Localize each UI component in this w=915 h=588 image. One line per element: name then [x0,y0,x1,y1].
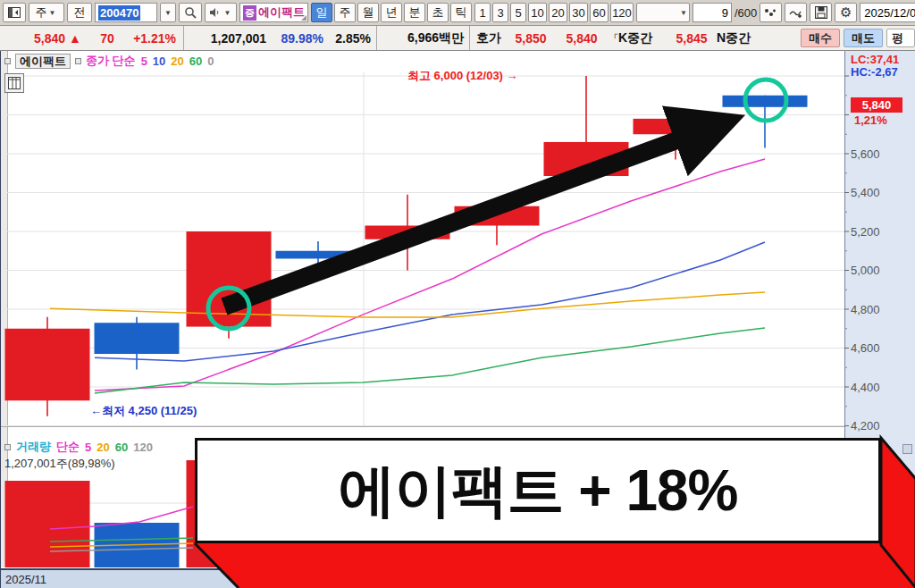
trend-arrow [224,136,689,307]
low-annotation: ←최저 4,250 (11/25) [90,403,197,419]
high-annotation: 최고 6,000 (12/03) → [407,68,518,84]
quote-bar: 5,840 ▲ 70 +1.21% 1,207,001 89.98% 2.85%… [0,26,915,51]
candle-body [455,206,540,226]
candle-body [276,251,361,259]
main-toolbar: 주 ▼ 전 200470 ▼ ▼ 증 에이팩트 일 주 월 년 분 초 틱 1 … [0,0,915,26]
bar-count-max-label: /600 [735,6,757,20]
bar-count-input[interactable]: 9 [693,3,732,22]
volume-ma-line [50,543,193,547]
volume-ma-line [50,548,193,551]
candle-plus-icon [764,7,777,19]
time-axis-label: 2025/11 [5,573,46,586]
sound-combo-button[interactable]: ▼ [205,3,237,22]
price-change-pct: +1.21% [133,31,176,46]
interval-3[interactable]: 3 [492,3,508,22]
save-button[interactable] [810,3,832,22]
turnover-rate: 2.85% [327,26,377,50]
volume-value: 1,207,001 [184,26,270,50]
headline-banner: 에이팩트 + 18% [195,438,881,543]
pane-stock-name[interactable]: 에이팩트 [15,54,71,69]
panel-toggle-button[interactable] [3,3,26,22]
ma-legend: 종가 단순 5 10 20 60 0 [86,53,214,69]
panel-mini-button[interactable] [902,444,912,454]
jeon-button[interactable]: 전 [67,3,92,22]
interval-1[interactable]: 1 [474,3,491,22]
interval-60[interactable]: 60 [590,3,609,22]
highlight-circle [208,288,249,329]
interval-10[interactable]: 10 [528,3,547,22]
buy-button[interactable]: 매수 [801,29,840,47]
tab-year[interactable]: 년 [381,3,402,22]
interval-5[interactable]: 5 [510,3,526,22]
lc-value: LC:37,41 [851,53,899,66]
stock-code-value: 200470 [98,5,140,21]
stock-name-chip[interactable]: 증 에이팩트 [239,3,308,22]
candle-body [723,96,808,107]
timeframe-tabs: 일 주 월 년 분 초 틱 [311,3,472,22]
sell-button[interactable]: 매도 [844,29,883,47]
ma-line-5 [95,159,765,391]
gear-icon: ⚙ [840,4,852,21]
tab-week[interactable]: 주 [334,3,356,22]
volume-bar [5,481,90,567]
add-line-tool-button[interactable] [785,3,807,22]
add-candle-tool-button[interactable] [760,3,782,22]
volume-bar [95,523,180,567]
hc-value: HC:-2,67 [851,65,898,79]
current-pct-marker: 1,21% [854,113,887,127]
volume-ma-line [50,507,193,529]
avg-button[interactable]: 평 [886,29,915,47]
volume-pane-header: 거래량 단순 5 20 60 120 1,207,001주(89,98%) [4,439,153,472]
ma-line-10 [95,242,765,361]
speaker-icon [209,7,221,18]
interval-buttons: 1 3 5 10 20 30 60 120 [474,3,634,22]
stock-code-input[interactable]: 200470 [95,3,157,22]
legend-toggle-icon[interactable] [75,58,81,64]
ma-line-60 [95,328,765,393]
period-combo[interactable]: 주 ▼ [29,3,64,22]
toolbar-right-group: ⚙ 2025/12/05 [760,3,915,22]
tab-tick[interactable]: 틱 [450,3,472,22]
candle-body [544,142,629,176]
bar-count-value: 9 [722,6,728,20]
current-price: 5,840 ▲ [34,31,81,46]
price-pane-header: 에이팩트 종가 단순 5 10 20 60 0 [4,53,214,69]
k-mid-label: 「K중간 [609,26,667,50]
interval-120[interactable]: 120 [610,3,634,22]
quote-mark-icon: 「 [609,32,618,45]
chevron-down-icon: ▼ [47,9,58,17]
floppy-disk-icon [815,6,827,19]
settings-button[interactable]: ⚙ [835,3,857,22]
candle-body [5,329,90,400]
volume-title: 거래량 [16,439,51,455]
empty-combo[interactable]: ▼ [636,3,690,22]
volume-current-value: 1,207,001주(89,98%) [4,456,153,472]
search-button[interactable] [179,3,202,22]
trade-amount: 6,966백만 [377,26,470,50]
candle-body [187,231,272,327]
volume-ma-line [50,538,193,542]
interval-20[interactable]: 20 [549,3,567,22]
volume-toggle-icon[interactable] [4,444,11,450]
stock-name-label: 에이팩트 [258,4,305,21]
tab-day[interactable]: 일 [311,3,332,22]
candle-body [95,323,180,354]
grid-tool-button[interactable] [4,73,24,93]
search-icon [184,6,197,19]
chevron-down-icon: ▼ [222,9,233,17]
hoga-label: 호가 [470,26,508,50]
tab-second[interactable]: 초 [427,3,449,22]
pane-toggle-icon[interactable] [4,58,11,64]
ask-price: 5,850 [508,26,554,50]
tab-month[interactable]: 월 [357,3,379,22]
left-axis-strip [1,51,7,567]
code-dropdown-button[interactable]: ▼ [160,3,176,22]
tab-minute[interactable]: 분 [404,3,425,22]
ma-line-20 [50,292,765,317]
candle-body [365,225,450,239]
interval-30[interactable]: 30 [569,3,588,22]
wave-plus-icon [789,7,802,19]
date-value: 2025/12/05 [864,6,915,20]
date-input[interactable]: 2025/12/05 [860,3,915,22]
chevron-down-icon: ▼ [678,9,689,17]
